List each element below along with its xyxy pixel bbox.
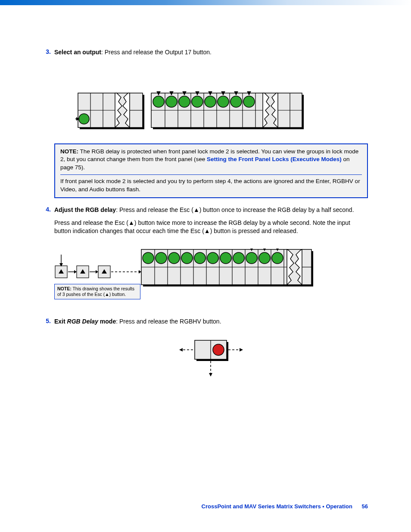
svg-point-70 bbox=[168, 252, 180, 264]
step-4-para2: Press and release the Esc (▲) button twi… bbox=[54, 219, 368, 236]
step-5-number: 5. bbox=[43, 317, 54, 326]
svg-point-18 bbox=[192, 96, 203, 107]
figure-step3 bbox=[75, 91, 368, 136]
svg-point-17 bbox=[179, 96, 190, 107]
svg-marker-58 bbox=[74, 270, 77, 274]
step-4-body: Adjust the RGB delay: Press and release … bbox=[54, 206, 368, 236]
mini-note-label: NOTE: bbox=[57, 286, 72, 291]
svg-point-73 bbox=[207, 252, 218, 264]
footer-page: 56 bbox=[362, 503, 368, 510]
step-5-body: Exit RGB Delay mode: Press and release t… bbox=[54, 317, 368, 326]
step-4-title: Adjust the RGB delay bbox=[54, 206, 116, 213]
svg-point-15 bbox=[153, 96, 164, 107]
note1-link[interactable]: Setting the Front Panel Locks (Executive… bbox=[207, 156, 342, 162]
svg-point-74 bbox=[220, 252, 231, 264]
step-3-body: Select an output: Press and release the … bbox=[54, 48, 368, 57]
step-5-title-b: RGB Delay bbox=[67, 318, 98, 325]
figure-step5 bbox=[54, 334, 368, 383]
step-3-rest: : Press and release the Output 17 button… bbox=[101, 49, 212, 56]
page-footer: CrossPoint and MAV Series Matrix Switche… bbox=[202, 503, 368, 510]
step-5: 5. Exit RGB Delay mode: Press and releas… bbox=[43, 317, 368, 326]
header-gradient-bar bbox=[0, 0, 411, 5]
step-5-rest: : Press and release the RGBHV button. bbox=[116, 318, 221, 325]
svg-marker-106 bbox=[240, 348, 243, 352]
note1-p2: If front panel lock mode 2 is selected a… bbox=[60, 177, 362, 194]
svg-point-75 bbox=[233, 252, 244, 264]
svg-marker-108 bbox=[209, 373, 212, 376]
step-5-title-c: mode bbox=[98, 318, 116, 325]
svg-point-19 bbox=[205, 96, 216, 107]
panel-diagram-1 bbox=[75, 91, 308, 134]
panel-diagram-3 bbox=[177, 334, 246, 382]
svg-point-77 bbox=[259, 252, 270, 264]
svg-point-20 bbox=[218, 96, 229, 107]
footer-text: CrossPoint and MAV Series Matrix Switche… bbox=[202, 503, 352, 510]
step-3: 3. Select an output: Press and release t… bbox=[43, 48, 368, 57]
figure-step4: NOTE: This drawing shows the results of … bbox=[54, 249, 368, 313]
svg-point-68 bbox=[143, 252, 154, 264]
svg-point-22 bbox=[243, 96, 255, 107]
mini-note: NOTE: This drawing shows the results of … bbox=[54, 284, 140, 299]
step-3-number: 3. bbox=[43, 48, 54, 57]
svg-point-16 bbox=[166, 96, 177, 107]
page-content: 3. Select an output: Press and release t… bbox=[0, 5, 411, 383]
svg-point-8 bbox=[79, 114, 89, 124]
svg-marker-64 bbox=[139, 270, 141, 274]
svg-point-76 bbox=[246, 252, 257, 264]
note-label: NOTE: bbox=[60, 148, 78, 155]
step-4: 4. Adjust the RGB delay: Press and relea… bbox=[43, 206, 368, 236]
svg-marker-104 bbox=[179, 348, 183, 352]
step-5-title-a: Exit bbox=[54, 318, 67, 325]
svg-point-72 bbox=[194, 252, 206, 264]
step-4-number: 4. bbox=[43, 206, 54, 236]
step-4-rest: : Press and release the Esc (▲) button o… bbox=[116, 206, 354, 213]
svg-point-69 bbox=[156, 252, 167, 264]
svg-point-71 bbox=[181, 252, 193, 264]
svg-point-21 bbox=[230, 96, 242, 107]
note-box-1: NOTE: The RGB delay is protected when fr… bbox=[54, 143, 368, 198]
svg-point-78 bbox=[272, 252, 283, 264]
svg-marker-60 bbox=[96, 270, 98, 274]
svg-point-102 bbox=[213, 344, 224, 355]
step-3-title: Select an output bbox=[54, 49, 101, 56]
